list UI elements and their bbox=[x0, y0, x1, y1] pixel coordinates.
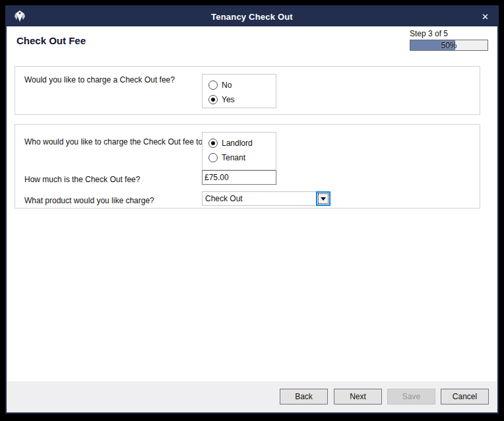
radio-icon bbox=[208, 95, 218, 104]
chevron-down-icon bbox=[321, 197, 326, 201]
close-icon[interactable]: ✕ bbox=[482, 7, 489, 26]
radio-option-yes[interactable]: Yes bbox=[208, 92, 276, 107]
app-logo-icon bbox=[13, 10, 26, 23]
back-button[interactable]: Back bbox=[280, 389, 328, 405]
charge-question-label: Would you like to charge a Check Out fee… bbox=[24, 75, 175, 84]
radio-icon bbox=[208, 153, 218, 162]
progress-bar: 50% bbox=[410, 40, 488, 51]
cancel-button[interactable]: Cancel bbox=[441, 389, 489, 405]
product-combobox[interactable]: Check Out bbox=[202, 191, 331, 206]
fee-amount-label: How much is the Check Out fee? bbox=[24, 175, 140, 184]
step-indicator-label: Step 3 of 5 bbox=[410, 29, 448, 38]
charge-to-radio-group: Landlord Tenant bbox=[202, 132, 276, 170]
footer-bar: Back Next Save Cancel bbox=[7, 381, 497, 412]
charge-radio-group: No Yes bbox=[202, 74, 276, 108]
focus-ring bbox=[318, 193, 329, 204]
dialog-window: Tenancy Check Out ✕ Check Out Fee Step 3… bbox=[5, 5, 499, 414]
page-title: Check Out Fee bbox=[16, 35, 86, 46]
combobox-dropdown-button[interactable] bbox=[316, 191, 331, 206]
section-charge-details: Who would you like to charge the Check O… bbox=[15, 124, 480, 209]
title-bar: Tenancy Check Out ✕ bbox=[7, 7, 497, 26]
radio-option-no[interactable]: No bbox=[208, 78, 276, 92]
charge-to-question-label: Who would you like to charge the Check O… bbox=[24, 137, 207, 146]
radio-icon bbox=[208, 81, 218, 90]
progress-percentage: 50% bbox=[410, 41, 488, 50]
radio-option-landlord[interactable]: Landlord bbox=[208, 136, 276, 150]
desktop-background: Tenancy Check Out ✕ Check Out Fee Step 3… bbox=[0, 0, 504, 421]
section-charge-question: Would you like to charge a Check Out fee… bbox=[15, 66, 480, 115]
window-title: Tenancy Check Out bbox=[211, 12, 293, 22]
next-button[interactable]: Next bbox=[334, 389, 382, 405]
save-button[interactable]: Save bbox=[387, 389, 435, 405]
combobox-selected-value: Check Out bbox=[205, 194, 243, 203]
radio-option-tenant[interactable]: Tenant bbox=[208, 150, 276, 165]
product-label: What product would you like charge? bbox=[24, 196, 154, 205]
fee-amount-input[interactable] bbox=[202, 170, 276, 185]
dialog-content: Check Out Fee Step 3 of 5 50% Would you … bbox=[7, 26, 497, 412]
radio-icon bbox=[208, 139, 218, 148]
